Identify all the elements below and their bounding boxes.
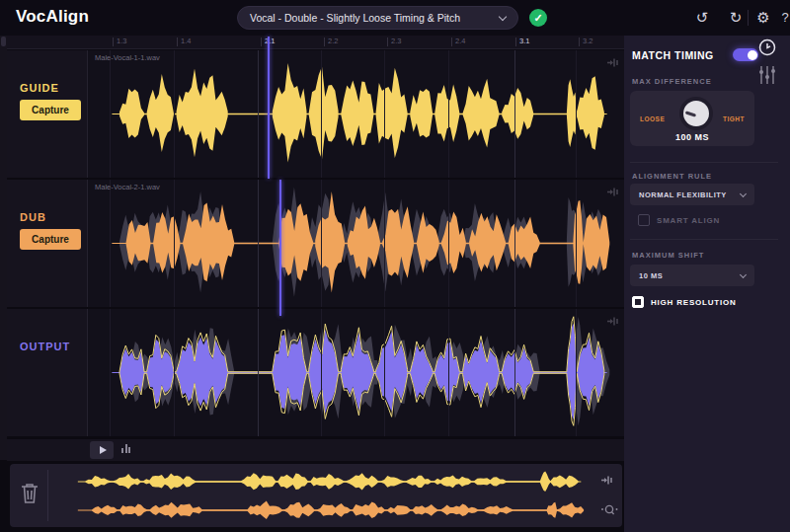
dub-file-name: Male-Vocal-2-1.wav bbox=[95, 183, 160, 191]
vocalign-window: VocAlign Vocal - Double - Slightly Loose… bbox=[0, 0, 790, 532]
ruler-tick: 1.4 bbox=[181, 37, 191, 45]
bar-gridline bbox=[321, 50, 322, 178]
bar-gridline bbox=[448, 309, 449, 436]
smart-align-checkbox-row[interactable]: SMART ALIGN bbox=[638, 214, 720, 226]
match-timing-toggle[interactable] bbox=[733, 48, 758, 61]
transport-toolbar bbox=[7, 439, 624, 461]
dub-waveform[interactable] bbox=[88, 180, 624, 307]
bar-gridline bbox=[448, 180, 449, 307]
bar-gridline bbox=[258, 180, 259, 307]
track-lanes: GUIDE Capture Male-Vocal-1-1.wav DUB Cap… bbox=[7, 50, 624, 438]
preset-saved-check-icon: ✓ bbox=[529, 9, 547, 27]
bar-gridline bbox=[514, 309, 515, 436]
process-clip-icon[interactable] bbox=[600, 472, 618, 490]
match-timing-label: MATCH TIMING bbox=[632, 49, 714, 61]
alignment-rule-dropdown[interactable]: NORMAL FLEXIBILITY bbox=[630, 184, 754, 205]
settings-gear-button[interactable]: ⚙ bbox=[752, 8, 774, 28]
bar-gridline bbox=[258, 50, 259, 178]
maximum-shift-label: MAXIMUM SHIFT bbox=[632, 251, 704, 260]
preset-dropdown[interactable]: Vocal - Double - Slightly Loose Timing &… bbox=[237, 6, 518, 30]
bar-gridline bbox=[576, 50, 577, 178]
bar-gridline bbox=[110, 50, 111, 178]
bar-gridline bbox=[321, 309, 322, 436]
chevron-down-icon bbox=[740, 270, 747, 277]
undo-button[interactable]: ↺ bbox=[691, 8, 713, 28]
help-button[interactable]: ? bbox=[774, 8, 790, 28]
bar-gridline bbox=[258, 309, 259, 436]
max-difference-card: LOOSE TIGHT 100 MS bbox=[630, 91, 754, 146]
dub-track-header: DUB Capture bbox=[7, 180, 87, 307]
dub-capture-button[interactable]: Capture bbox=[20, 229, 81, 250]
bar-gridline bbox=[174, 50, 175, 178]
maximum-shift-value: 10 MS bbox=[639, 271, 663, 280]
levels-icon[interactable] bbox=[121, 444, 130, 453]
bar-gridline bbox=[576, 309, 577, 436]
app-logo: VocAlign bbox=[16, 7, 89, 27]
pitch-settings-sliders-icon[interactable] bbox=[758, 65, 776, 89]
redo-button[interactable]: ↻ bbox=[725, 8, 747, 28]
max-difference-value: 100 MS bbox=[630, 132, 754, 142]
output-track-name: OUTPUT bbox=[20, 341, 70, 352]
guide-playhead[interactable] bbox=[268, 37, 270, 179]
timeline-ruler[interactable]: 1.31.42.12.22.32.43.13.2 bbox=[7, 36, 624, 49]
bar-gridline bbox=[448, 50, 449, 178]
dub-waveform-region[interactable]: Male-Vocal-2-1.wav bbox=[87, 180, 624, 307]
maximum-shift-dropdown[interactable]: 10 MS bbox=[630, 265, 754, 286]
bar-gridline bbox=[576, 180, 577, 307]
guide-capture-button[interactable]: Capture bbox=[20, 100, 81, 120]
process-clip-icon[interactable] bbox=[606, 184, 619, 201]
guide-track-header: GUIDE Capture bbox=[7, 50, 87, 178]
bar-gridline bbox=[174, 309, 175, 436]
play-icon bbox=[100, 446, 107, 454]
bar-gridline bbox=[174, 180, 175, 307]
bar-gridline bbox=[110, 309, 111, 436]
dub-playhead[interactable] bbox=[279, 180, 281, 316]
guide-waveform[interactable] bbox=[88, 50, 624, 178]
process-clip-icon[interactable] bbox=[606, 54, 619, 72]
dub-track: DUB Capture Male-Vocal-2-1.wav bbox=[7, 180, 624, 307]
bar-gridline bbox=[384, 50, 385, 178]
max-difference-knob[interactable] bbox=[679, 97, 713, 130]
play-button[interactable] bbox=[90, 441, 114, 459]
top-bar: VocAlign Vocal - Double - Slightly Loose… bbox=[0, 0, 790, 36]
zoom-icon[interactable] bbox=[600, 503, 618, 521]
loose-label: LOOSE bbox=[640, 115, 665, 122]
ruler-tick: 2.2 bbox=[328, 37, 338, 45]
max-difference-label: MAX DIFFERENCE bbox=[632, 77, 712, 86]
smart-align-checkbox[interactable] bbox=[638, 214, 650, 226]
editor-area: 1.31.42.12.22.32.43.13.2 GUIDE Capture M… bbox=[0, 36, 624, 532]
preset-value: Vocal - Double - Slightly Loose Timing &… bbox=[250, 12, 460, 24]
overview-guide-waveform[interactable] bbox=[53, 468, 598, 495]
chevron-down-icon bbox=[740, 190, 747, 196]
bar-gridline bbox=[321, 180, 322, 307]
output-track-header: OUTPUT bbox=[7, 309, 87, 436]
process-clip-icon[interactable] bbox=[606, 313, 619, 331]
high-resolution-checkbox-row[interactable]: HIGH RESOLUTION bbox=[632, 296, 737, 308]
ruler-tick: 1.3 bbox=[117, 37, 126, 45]
guide-waveform-region[interactable]: Male-Vocal-1-1.wav bbox=[87, 50, 624, 178]
output-waveform[interactable] bbox=[88, 309, 624, 436]
dub-track-name: DUB bbox=[20, 211, 46, 223]
overview-divider bbox=[47, 470, 48, 521]
settings-panel: MATCH TIMING MAX DIFFERENCE LOOSE TIGHT … bbox=[624, 36, 790, 532]
high-resolution-label: HIGH RESOLUTION bbox=[651, 298, 737, 307]
section-divider bbox=[630, 239, 778, 240]
alignment-rule-label: ALIGNMENT RULE bbox=[632, 172, 712, 181]
guide-track: GUIDE Capture Male-Vocal-1-1.wav bbox=[7, 50, 624, 178]
vertical-scrollbar[interactable] bbox=[0, 36, 7, 460]
guide-track-name: GUIDE bbox=[20, 82, 59, 94]
ruler-tick: 2.4 bbox=[455, 37, 465, 45]
timing-history-clock-icon[interactable] bbox=[757, 38, 777, 61]
ruler-tick: 3.2 bbox=[583, 37, 592, 45]
output-track: OUTPUT bbox=[7, 309, 624, 436]
trash-button[interactable] bbox=[20, 482, 40, 509]
tight-label: TIGHT bbox=[723, 115, 745, 122]
high-resolution-checkbox[interactable] bbox=[632, 296, 644, 308]
bar-gridline bbox=[110, 180, 111, 307]
overview-panel bbox=[10, 464, 622, 527]
chevron-down-icon bbox=[499, 12, 507, 20]
overview-dub-waveform[interactable] bbox=[53, 496, 598, 524]
output-waveform-region[interactable] bbox=[87, 309, 624, 436]
ruler-tick: 2.1 bbox=[265, 37, 275, 45]
ruler-tick: 3.1 bbox=[519, 37, 529, 45]
